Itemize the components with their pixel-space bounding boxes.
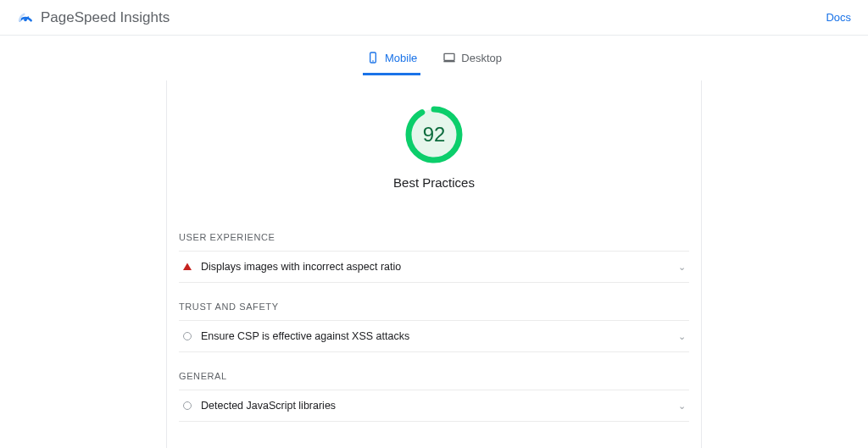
tab-desktop-label: Desktop: [461, 52, 502, 64]
tab-mobile[interactable]: Mobile: [363, 46, 420, 75]
section-general: GENERAL Detected JavaScript libraries ⌄: [167, 368, 701, 422]
section-heading: GENERAL: [179, 368, 689, 390]
section-user-experience: USER EXPERIENCE Displays images with inc…: [167, 229, 701, 283]
chevron-down-icon: ⌄: [678, 262, 686, 273]
info-circle-icon: [182, 401, 192, 411]
score-section: 92 Best Practices: [167, 80, 701, 213]
audit-title: Detected JavaScript libraries: [201, 400, 336, 412]
docs-link[interactable]: Docs: [826, 11, 851, 24]
tab-mobile-label: Mobile: [385, 52, 417, 64]
section-trust-safety: TRUST AND SAFETY Ensure CSP is effective…: [167, 298, 701, 352]
warning-triangle-icon: [182, 262, 192, 272]
audit-js-libraries[interactable]: Detected JavaScript libraries ⌄: [179, 390, 689, 422]
audit-title: Displays images with incorrect aspect ra…: [201, 261, 401, 273]
score-value: 92: [405, 106, 463, 163]
audit-csp-xss[interactable]: Ensure CSP is effective against XSS atta…: [179, 320, 689, 352]
desktop-icon: [442, 51, 456, 64]
audit-title: Ensure CSP is effective against XSS atta…: [201, 330, 409, 342]
score-gauge: 92: [405, 106, 463, 163]
section-heading: USER EXPERIENCE: [179, 229, 689, 251]
audit-aspect-ratio[interactable]: Displays images with incorrect aspect ra…: [179, 251, 689, 283]
info-circle-icon: [182, 331, 192, 341]
section-heading: TRUST AND SAFETY: [179, 298, 689, 320]
tab-desktop[interactable]: Desktop: [439, 46, 505, 75]
device-tabs: Mobile Desktop: [0, 36, 868, 75]
score-label: Best Practices: [393, 175, 475, 190]
chevron-down-icon: ⌄: [678, 401, 686, 412]
app-title: PageSpeed Insights: [41, 9, 170, 26]
topbar: PageSpeed Insights Docs: [0, 0, 868, 36]
passed-audits-row[interactable]: PASSED AUDITS (12) Show: [167, 439, 701, 448]
brand: PageSpeed Insights: [17, 9, 170, 26]
mobile-icon: [366, 51, 380, 64]
pagespeed-logo-icon: [17, 9, 34, 26]
chevron-down-icon: ⌄: [678, 331, 686, 342]
report-card: 92 Best Practices USER EXPERIENCE Displa…: [166, 80, 702, 448]
svg-rect-4: [444, 53, 454, 60]
